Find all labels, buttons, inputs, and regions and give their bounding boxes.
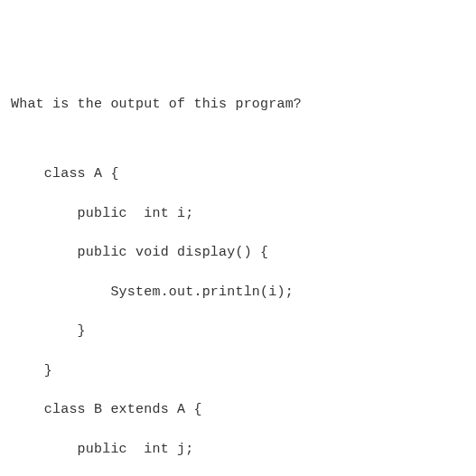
code-line: } (11, 322, 465, 341)
code-block: class A { public int i; public void disp… (11, 145, 465, 477)
code-line: public void display() { (11, 243, 465, 263)
code-line: public int j; (11, 440, 465, 460)
code-line: class B extends A { (11, 400, 465, 420)
code-line: class A { (11, 164, 465, 184)
code-line: System.out.println(i); (11, 283, 465, 303)
question-text: What is the output of this program? (11, 95, 465, 115)
code-line: } (11, 361, 465, 381)
code-line: public int i; (11, 204, 465, 224)
